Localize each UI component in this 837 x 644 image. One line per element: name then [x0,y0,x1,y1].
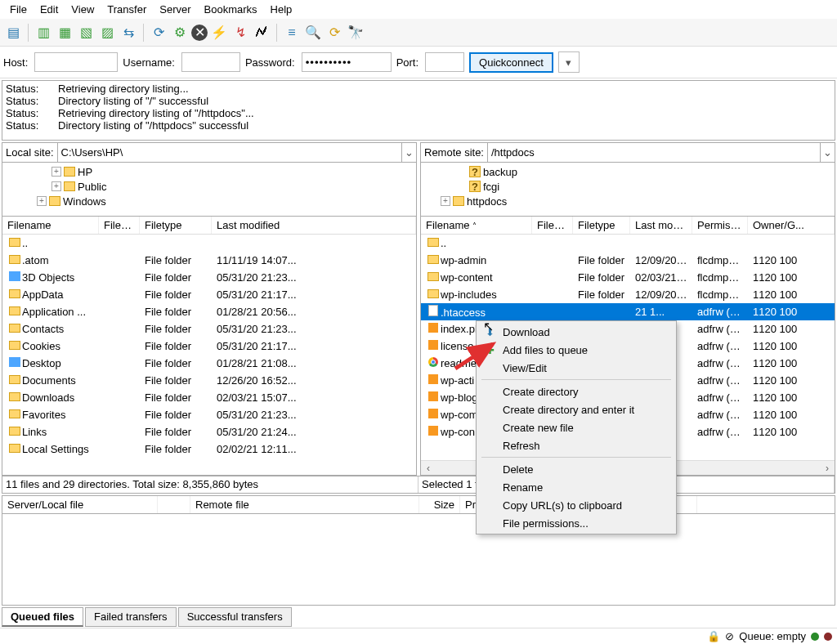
menu-bookmarks[interactable]: Bookmarks [198,2,264,17]
transfer-queue[interactable] [2,514,835,606]
file-row[interactable]: wp-includesFile folder12/09/20 1...flcdm… [421,286,835,303]
site-manager-icon[interactable]: ▤ [3,23,23,42]
col-permissions[interactable]: Permissi... [692,217,748,234]
menu-item-delete[interactable]: Delete [478,460,674,478]
menu-item-download[interactable]: ⬇Download [478,323,674,341]
col-server-local[interactable]: Server/Local file [2,496,158,513]
menu-help[interactable]: Help [264,2,299,17]
menu-transfer[interactable]: Transfer [101,2,153,17]
toggle-queue-icon[interactable]: ▨ [97,23,117,42]
menu-view[interactable]: View [65,2,101,17]
menu-item-add-files-to-queue[interactable]: ✚Add files to queue [478,341,674,359]
quickconnect-dropdown[interactable]: ▾ [558,51,580,73]
port-input[interactable] [425,52,464,72]
sublime-icon [428,323,438,333]
menu-item-create-new-file[interactable]: Create new file [478,418,674,436]
col-filesize[interactable]: Filesize [532,217,573,234]
menu-item-file-permissions-[interactable]: File permissions... [478,514,674,532]
disconnect-icon[interactable]: ⚡ [209,23,229,42]
menu-item-create-directory-and-enter-it[interactable]: Create directory and enter it [478,400,674,418]
tree-node[interactable]: +Windows [6,194,413,208]
blank-icon [483,481,496,494]
menu-file[interactable]: File [3,2,34,17]
file-row[interactable]: .htaccess21 1...adfrw (0...1120 100 [421,303,835,320]
file-row[interactable]: CookiesFile folder05/31/20 21:17... [2,338,416,355]
menu-item-create-directory[interactable]: Create directory [478,382,674,400]
local-path-dropdown[interactable]: ⌄ [401,143,416,162]
local-tree[interactable]: +HP+Public+Windows [2,163,416,217]
tree-node[interactable]: +Public [6,179,413,194]
tree-node[interactable]: +HP [6,164,413,179]
file-row[interactable]: AppDataFile folder05/31/20 21:17... [2,286,416,303]
username-input[interactable] [181,52,240,72]
file-row[interactable]: Local SettingsFile folder02/02/21 12:11.… [2,441,416,458]
filter-icon[interactable]: 🗲 [252,23,271,42]
compare-icon[interactable]: ≡ [282,23,302,42]
menu-item-view-edit[interactable]: View/Edit [478,359,674,377]
binoculars-icon[interactable]: 🔭 [346,23,365,42]
menu-item-rename[interactable]: Rename [478,478,674,496]
blank-icon [483,361,496,374]
file-row[interactable]: Application ...File folder01/28/21 20:56… [2,303,416,320]
menu-server[interactable]: Server [153,2,197,17]
col-modified[interactable]: Last modifi... [630,217,692,234]
tab-queued[interactable]: Queued files [2,607,83,627]
col-filesize[interactable]: Filesize [99,217,140,234]
reconnect-icon[interactable]: ↯ [231,23,250,42]
file-row[interactable]: 3D ObjectsFile folder05/31/20 21:23... [2,269,416,286]
sync-browse-icon[interactable]: ⇆ [119,23,138,42]
col-filetype[interactable]: Filetype [140,217,212,234]
file-row[interactable]: DocumentsFile folder12/26/20 16:52... [2,372,416,389]
file-row[interactable]: FavoritesFile folder05/31/20 21:23... [2,406,416,423]
file-row[interactable]: wp-adminFile folder12/09/20 1...flcdmpe … [421,252,835,269]
refresh-icon[interactable]: ⟳ [149,23,168,42]
blank-icon [483,463,496,476]
toggle-local-tree-icon[interactable]: ▦ [55,23,74,42]
quickconnect-button[interactable]: Quickconnect [469,52,553,73]
search-icon[interactable]: 🔍 [303,23,323,42]
menu-item-label: Refresh [503,440,540,452]
col-size[interactable]: Size [419,496,460,513]
col-filename[interactable]: Filename [2,217,99,234]
file-row[interactable]: LinksFile folder05/31/20 21:24... [2,423,416,441]
col-modified[interactable]: Last modified [212,217,416,234]
menu-item-copy-url-s-to-clipboard[interactable]: Copy URL(s) to clipboard [478,496,674,514]
menu-item-label: File permissions... [503,517,589,530]
expander-icon[interactable]: + [441,196,450,206]
expander-icon[interactable]: + [51,181,61,191]
file-row[interactable]: .. [421,235,835,252]
tab-failed[interactable]: Failed transfers [85,607,177,627]
menu-edit[interactable]: Edit [34,2,65,17]
password-input[interactable] [302,52,392,72]
tab-successful[interactable]: Successful transfers [178,607,292,627]
col-remote-file[interactable]: Remote file [190,496,419,513]
file-row[interactable]: .atomFile folder11/11/19 14:07... [2,252,416,269]
local-file-list[interactable]: ...atomFile folder11/11/19 14:07...3D Ob… [2,235,416,475]
settings-icon[interactable]: ⚙ [170,23,190,42]
local-path[interactable]: C:\Users\HP\ [57,143,401,162]
remote-tree[interactable]: ?backup?fcgi+httpdocs [421,163,835,217]
file-row[interactable]: .. [2,235,416,252]
remote-path-dropdown[interactable]: ⌄ [820,143,835,162]
cancel-icon[interactable]: ✕ [191,25,208,41]
expander-icon[interactable]: + [51,167,61,177]
tree-node[interactable]: ?fcgi [424,179,831,194]
menu-item-refresh[interactable]: Refresh [478,436,674,454]
tree-node[interactable]: ?backup [424,164,831,179]
remote-path[interactable]: /httpdocs [487,143,820,162]
col-direction[interactable] [158,496,190,513]
toggle-log-icon[interactable]: ▥ [34,23,53,42]
host-input[interactable] [34,52,118,72]
file-row[interactable]: DesktopFile folder01/28/21 21:08... [2,355,416,372]
tree-node[interactable]: +httpdocs [424,194,831,208]
process-icon[interactable]: ⟳ [325,23,344,42]
expander-icon[interactable]: + [37,196,47,206]
col-filetype[interactable]: Filetype [573,217,630,234]
password-label: Password: [245,56,297,69]
file-row[interactable]: ContactsFile folder05/31/20 21:23... [2,320,416,338]
file-row[interactable]: wp-contentFile folder02/03/21 1...flcdmp… [421,269,835,286]
col-owner[interactable]: Owner/G... [748,217,835,234]
toggle-remote-tree-icon[interactable]: ▧ [76,23,96,42]
file-row[interactable]: DownloadsFile folder02/03/21 15:07... [2,389,416,406]
col-filename[interactable]: Filename ˄ [421,217,532,234]
